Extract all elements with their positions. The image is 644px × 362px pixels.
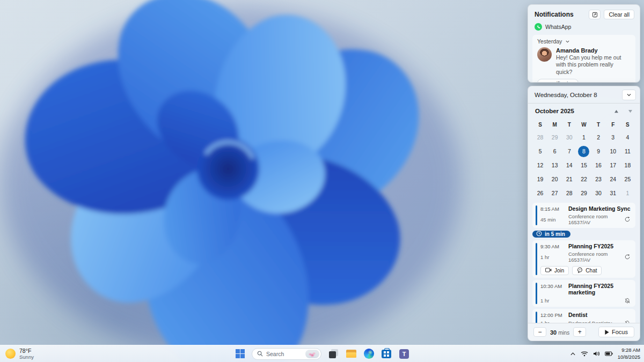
agenda-item[interactable]: 12:00 PMDentist1 hrRedmond Dentistry xyxy=(532,309,635,323)
notification-group-label: Yesterday xyxy=(537,38,562,45)
calendar-day[interactable]: 15 xyxy=(576,158,591,172)
chevron-down-icon xyxy=(626,92,632,98)
calendar-day[interactable]: 11 xyxy=(620,144,635,158)
month-up-icon[interactable] xyxy=(614,109,619,113)
video-icon xyxy=(545,268,552,274)
start-button[interactable] xyxy=(234,348,246,360)
weather-condition: Sunny xyxy=(19,354,34,360)
calendar-day-name: F xyxy=(606,119,620,130)
agenda-item-duration: 1 hr xyxy=(540,298,568,304)
focus-duration-value: 30 xyxy=(550,329,557,336)
calendar-day[interactable]: 3 xyxy=(606,130,620,144)
task-view-button[interactable] xyxy=(327,348,339,360)
calendar-day[interactable]: 20 xyxy=(547,172,562,186)
calendar-day[interactable]: 2 xyxy=(591,130,606,144)
calendar-day-name: S xyxy=(620,119,635,130)
month-down-icon[interactable] xyxy=(628,109,633,113)
calendar-day[interactable]: 30 xyxy=(591,186,606,200)
agenda-item[interactable]: 9:30 AMPlanning FY20251 hrConference roo… xyxy=(532,240,635,278)
agenda-item-time: 9:30 AM xyxy=(540,243,568,249)
sun-icon xyxy=(5,349,16,359)
notification-card[interactable]: Yesterday Amanda Brady Hey! Can you help… xyxy=(532,35,635,83)
taskbar: 78°F Sunny Search xyxy=(0,345,644,362)
more-notifications-button[interactable]: +1 notification xyxy=(537,79,579,83)
agenda-item-title: Planning FY2025 xyxy=(568,243,613,249)
volume-button[interactable] xyxy=(593,351,600,357)
clear-all-button[interactable]: Clear all xyxy=(604,10,634,19)
calendar-day[interactable]: 24 xyxy=(606,172,620,186)
agenda-list: 8:15 AMDesign Marketing Sync45 minConfer… xyxy=(528,200,640,323)
calendar-day[interactable]: 1 xyxy=(576,130,591,144)
store-icon xyxy=(382,350,391,358)
calendar-day[interactable]: 13 xyxy=(547,158,562,172)
calendar-day[interactable]: 10 xyxy=(606,144,620,158)
weather-temperature: 78°F xyxy=(19,348,34,354)
calendar-day[interactable]: 29 xyxy=(576,186,591,200)
calendar-day[interactable]: 22 xyxy=(576,172,591,186)
clock[interactable]: 9:28 AM 10/8/2025 xyxy=(618,347,640,360)
wifi-button[interactable] xyxy=(581,351,588,357)
calendar-day[interactable]: 9 xyxy=(591,144,606,158)
notification-app-group[interactable]: WhatsApp xyxy=(528,22,640,32)
chat-button[interactable]: Chat xyxy=(572,266,602,275)
calendar-day-name: T xyxy=(591,119,606,130)
weather-widget[interactable]: 78°F Sunny xyxy=(5,345,34,362)
calendar-day[interactable]: 25 xyxy=(620,172,635,186)
calendar-day[interactable]: 21 xyxy=(562,172,576,186)
battery-button[interactable] xyxy=(605,351,613,356)
search-icon xyxy=(257,351,263,357)
calendar-day[interactable]: 18 xyxy=(620,158,635,172)
teams-button[interactable]: T xyxy=(398,348,410,360)
calendar-day[interactable]: 1 xyxy=(620,186,635,200)
notification-sender: Amanda Brady xyxy=(556,47,631,54)
calendar-day[interactable]: 17 xyxy=(606,158,620,172)
calendar-day[interactable]: 28 xyxy=(533,130,547,144)
calendar-day[interactable]: 16 xyxy=(591,158,606,172)
search-placeholder: Search xyxy=(266,351,302,357)
file-explorer-button[interactable] xyxy=(345,348,357,360)
calendar-day[interactable]: 31 xyxy=(606,186,620,200)
calendar-day[interactable]: 7 xyxy=(562,144,576,158)
focus-start-button[interactable]: Focus xyxy=(598,327,634,337)
bell-muted-icon xyxy=(624,297,631,304)
notification-settings-icon xyxy=(592,12,598,18)
calendar-day[interactable]: 27 xyxy=(547,186,562,200)
calendar-day[interactable]: 5 xyxy=(533,144,547,158)
collapse-calendar-button[interactable] xyxy=(622,90,636,100)
calendar-day[interactable]: 30 xyxy=(562,130,576,144)
calendar-day[interactable]: 8 xyxy=(576,144,591,158)
calendar-month-header: October 2025 xyxy=(535,108,614,114)
agenda-item[interactable]: 10:30 AMPlanning FY2025 marketing1 hr xyxy=(532,280,635,307)
clock-time: 9:28 AM xyxy=(618,347,640,353)
agenda-item[interactable]: 8:15 AMDesign Marketing Sync45 minConfer… xyxy=(532,203,635,228)
calendar-day-name: M xyxy=(547,119,562,130)
calendar-day[interactable]: 19 xyxy=(533,172,547,186)
agenda-item-duration: 1 hr xyxy=(540,254,568,260)
calendar-day-selected: 8 xyxy=(578,146,589,157)
calendar-day[interactable]: 28 xyxy=(562,186,576,200)
calendar-day[interactable]: 14 xyxy=(562,158,576,172)
speaker-icon xyxy=(593,351,600,357)
agenda-item-duration: 1 hr xyxy=(540,320,568,323)
edge-button[interactable] xyxy=(363,348,375,360)
focus-plus-button[interactable]: + xyxy=(573,327,586,337)
notifications-title: Notifications xyxy=(535,11,586,18)
store-button[interactable] xyxy=(380,348,392,360)
calendar-day[interactable]: 4 xyxy=(620,130,635,144)
avatar xyxy=(537,47,552,62)
join-button[interactable]: Join xyxy=(540,266,569,275)
hidden-icons-button[interactable] xyxy=(570,352,576,356)
wifi-icon xyxy=(581,351,588,357)
calendar-day[interactable]: 12 xyxy=(533,158,547,172)
meeting-reminder-pill[interactable]: in 5 min xyxy=(532,231,570,238)
edge-icon xyxy=(364,349,374,359)
focus-minus-button[interactable]: − xyxy=(533,327,546,337)
notification-settings-button[interactable] xyxy=(589,10,601,19)
search-box[interactable]: Search xyxy=(252,348,321,360)
calendar-day[interactable]: 26 xyxy=(533,186,547,200)
calendar-day[interactable]: 29 xyxy=(547,130,562,144)
calendar-day[interactable]: 23 xyxy=(591,172,606,186)
calendar-day[interactable]: 6 xyxy=(547,144,562,158)
search-daily-image[interactable] xyxy=(305,350,319,358)
chevron-down-icon[interactable] xyxy=(565,39,570,44)
